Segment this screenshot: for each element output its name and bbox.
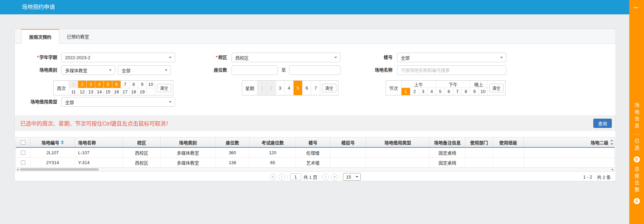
table-row[interactable]: 2Y314Y-314西校区多媒体教室13865艺术楼固定桌椅 <box>16 158 615 168</box>
back-arrow-icon[interactable]: ← <box>629 2 644 11</box>
day-clear-button[interactable]: 清空 <box>322 84 336 92</box>
week-cell-7[interactable]: 7 <box>121 81 129 88</box>
column-header-campus[interactable]: 校区 <box>123 137 160 147</box>
borrow-type-select[interactable]: 全部 <box>61 97 175 107</box>
week-cell-1: 1 <box>69 81 78 88</box>
row-checkbox[interactable] <box>21 150 25 155</box>
week-cell-17[interactable]: 17 <box>121 88 129 95</box>
week-cell-8[interactable]: 8 <box>129 81 138 88</box>
day-cell-5[interactable]: 5 <box>293 81 302 95</box>
sidebar-item-venue-info[interactable]: 场地信息 <box>634 103 639 130</box>
week-cell-4[interactable]: 4 <box>95 81 103 88</box>
column-header-building[interactable]: 楼号 <box>296 137 330 147</box>
cell-campus: 西校区 <box>123 158 160 168</box>
column-header-venue-code[interactable]: 场地编号 <box>30 137 75 147</box>
app-header: 场地预约申请 <box>0 0 644 14</box>
campus-select[interactable]: 西校区 <box>232 53 340 62</box>
column-header-label: 场地类别 <box>179 139 197 146</box>
week-cell-3[interactable]: 3 <box>86 81 95 88</box>
venue-name-input[interactable] <box>397 65 506 75</box>
scroll-down-icon[interactable] <box>610 143 613 145</box>
week-cell-5[interactable]: 5 <box>103 81 112 88</box>
period-cell-8[interactable]: 8 <box>461 88 470 95</box>
cell-use-class <box>493 158 523 168</box>
scroll-left-icon[interactable] <box>17 169 18 171</box>
column-header-borrow-type[interactable]: 场地借用类型 <box>366 137 429 147</box>
column-header-venue-secondary[interactable]: 场地二级 <box>523 137 615 147</box>
scrollbar-thumb[interactable] <box>20 168 99 171</box>
week-cell-12[interactable]: 12 <box>78 88 86 95</box>
horizontal-scrollbar[interactable] <box>15 167 615 172</box>
week-cell-15[interactable]: 15 <box>103 88 112 95</box>
query-button[interactable]: 查询 <box>593 119 612 128</box>
week-cell-11[interactable]: 11 <box>69 88 78 95</box>
day-cell-6[interactable]: 6 <box>302 81 311 95</box>
column-header-venue-remark[interactable]: 场地备注信息 <box>429 137 465 147</box>
column-header-seats[interactable]: 座位数 <box>215 137 249 147</box>
pager-last-icon[interactable]: » <box>331 174 338 180</box>
week-cell-2[interactable]: 2 <box>78 81 86 88</box>
week-cell-19[interactable]: 19 <box>138 88 146 95</box>
results-table: 场地编号场地名称校区场地类别座位数考试座位数楼号楼层号场地借用类型场地备注信息使… <box>15 137 615 168</box>
pager-prev-icon[interactable]: ‹ <box>278 174 285 180</box>
scroll-up-icon[interactable] <box>610 140 613 141</box>
venue-category-select-1[interactable]: 多媒体教室 <box>61 65 115 75</box>
period-selector-label: 节次 <box>386 81 401 95</box>
day-cell-3[interactable]: 3 <box>275 81 284 95</box>
week-cell-6[interactable]: 6 <box>112 81 121 88</box>
period-cell-2[interactable]: 2 <box>410 88 419 95</box>
seats-from-input[interactable] <box>232 65 278 75</box>
cell-exam-seats: 65 <box>249 158 296 168</box>
cell-venue-name: Y-314 <box>75 158 123 168</box>
pager-first-icon[interactable]: « <box>270 174 276 180</box>
cell-select[interactable] <box>16 158 30 168</box>
week-clear-button[interactable]: 清空 <box>157 84 171 92</box>
building-select[interactable]: 全部 <box>397 53 506 62</box>
scroll-right-icon[interactable] <box>612 169 614 171</box>
pager-next-icon[interactable]: › <box>322 174 329 180</box>
sidebar-item-selected[interactable]: 已选 <box>634 139 639 152</box>
select-all-checkbox[interactable] <box>21 140 25 145</box>
day-cell-4[interactable]: 4 <box>284 81 293 95</box>
sidebar-item-total-seats[interactable]: 总座位数 <box>634 167 639 194</box>
cell-use-department <box>465 158 493 168</box>
period-cell-5[interactable]: 5 <box>436 88 444 95</box>
column-header-label: 楼层号 <box>341 139 355 146</box>
venue-category-select-2[interactable]: 全部 <box>118 65 171 75</box>
column-header-exam-seats[interactable]: 考试座位数 <box>249 137 296 147</box>
week-cell-9[interactable]: 9 <box>138 81 146 88</box>
tab-week-reserve[interactable]: 按周次预约 <box>21 29 59 44</box>
row-checkbox[interactable] <box>21 160 25 165</box>
week-cell-14[interactable]: 14 <box>95 88 103 95</box>
venue-category-select-2-value: 全部 <box>122 67 131 74</box>
page-number-input[interactable] <box>290 173 301 180</box>
period-cell-10[interactable]: 10 <box>479 88 487 95</box>
semester-select[interactable]: 2022-2023-2 <box>61 53 175 62</box>
week-cell-18[interactable]: 18 <box>129 88 138 95</box>
sort-icon[interactable] <box>61 140 64 144</box>
venue-name-label: 场地名称 <box>362 65 393 75</box>
period-cell-6[interactable]: 6 <box>444 88 453 95</box>
right-sidebar: ← 场地信息 已选 0 总座位数 0 <box>629 0 644 224</box>
week-cell-10[interactable]: 10 <box>146 81 155 88</box>
period-clear-button[interactable]: 清空 <box>489 84 504 92</box>
cell-venue-remark: 固定桌椅 <box>429 148 465 157</box>
page-size-select[interactable]: 15 <box>343 173 361 181</box>
period-cell-4[interactable]: 4 <box>427 88 436 95</box>
period-cell-9[interactable]: 9 <box>470 88 479 95</box>
week-cell-13[interactable]: 13 <box>86 88 95 95</box>
period-cell-7[interactable]: 7 <box>453 88 461 95</box>
column-header-floor[interactable]: 楼层号 <box>330 137 366 147</box>
column-header-venue-name[interactable]: 场地名称 <box>75 137 123 147</box>
seats-to-input[interactable] <box>289 65 340 75</box>
table-row[interactable]: 2L107L-107西校区多媒体教室360120伦理楼固定桌椅 <box>16 148 615 158</box>
column-header-use-department[interactable]: 使用部门 <box>465 137 493 147</box>
tab-reserved-rooms[interactable]: 已预约教室 <box>59 29 97 44</box>
period-cell-3[interactable]: 3 <box>419 88 427 95</box>
column-header-venue-category[interactable]: 场地类别 <box>160 137 215 147</box>
column-header-use-class[interactable]: 使用班级 <box>493 137 523 147</box>
cell-select[interactable] <box>16 148 30 157</box>
week-cell-16[interactable]: 16 <box>112 88 121 95</box>
day-cell-7[interactable]: 7 <box>311 81 320 95</box>
period-cell-1[interactable]: 1 <box>401 88 410 95</box>
